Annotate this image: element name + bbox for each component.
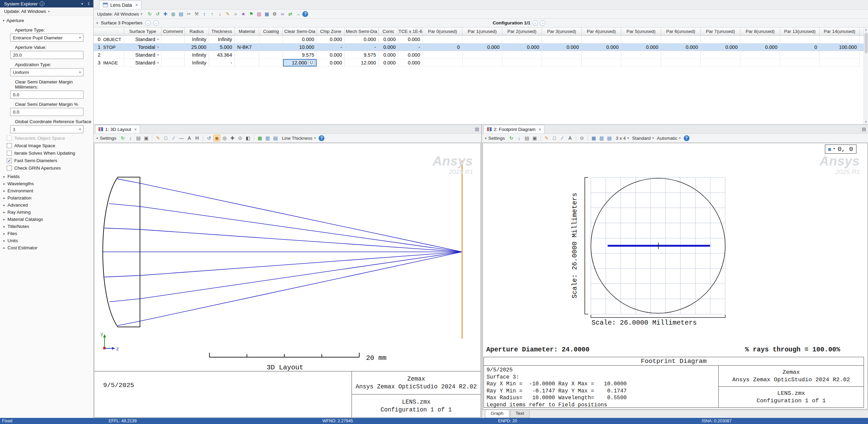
column-header-surface-type[interactable]: Surface Type <box>124 27 162 35</box>
lde-cell[interactable] <box>162 59 185 67</box>
lock-icon[interactable]: ⊙ <box>579 135 585 141</box>
lde-cell[interactable] <box>582 59 621 67</box>
sidebar-item-wavelengths[interactable]: ▸Wavelengths <box>0 180 93 187</box>
gear-icon[interactable]: ⚙ <box>271 11 278 17</box>
lde-cell[interactable]: Infinity <box>185 51 209 59</box>
column-header-par-2-unused[interactable]: Par 2(unused) <box>502 27 542 35</box>
close-icon[interactable]: × <box>539 127 541 132</box>
line-icon[interactable]: ∕ <box>559 135 566 141</box>
probe-icon[interactable]: ◉ <box>213 135 220 141</box>
solve-flag[interactable]: U <box>308 60 314 65</box>
line-icon[interactable]: ∕ <box>170 135 177 141</box>
column-header-comment[interactable]: Comment <box>162 27 185 35</box>
lde-cell[interactable] <box>542 59 582 67</box>
refresh-icon[interactable]: ↻ <box>508 135 515 141</box>
lde-cell[interactable] <box>701 59 740 67</box>
lde-cell[interactable] <box>582 51 621 59</box>
tab-graph[interactable]: Graph <box>485 410 509 418</box>
scrollbar-thumb[interactable] <box>865 33 868 53</box>
surface-type-cell[interactable]: Standard▾ <box>124 59 162 67</box>
lde-cell[interactable] <box>780 36 820 43</box>
aperture-value-input[interactable]: 20.0 <box>10 51 83 59</box>
print-icon[interactable]: ▤ <box>524 135 530 141</box>
column-header-mech-semi-dia[interactable]: Mech Semi-Dia <box>345 27 379 35</box>
tile-window-icon[interactable]: ▤ <box>606 135 613 141</box>
lde-cell[interactable]: 0.000 <box>661 43 701 51</box>
insert-surface-icon[interactable]: ✚ <box>162 11 169 17</box>
lde-cell[interactable]: 0.000 <box>542 43 582 51</box>
lde-cell[interactable]: 25.000 <box>185 43 209 51</box>
pin-icon[interactable]: ↧ <box>86 2 91 6</box>
close-icon[interactable]: × <box>135 2 138 7</box>
lde-cell[interactable] <box>820 59 860 67</box>
star-icon[interactable]: ★ <box>240 11 247 17</box>
iterate-solves-when-updating-checkbox[interactable]: Iterate Solves When Updating <box>7 151 93 156</box>
delete-row-icon[interactable]: ↓ <box>216 11 223 17</box>
save-icon[interactable]: ↓ <box>516 135 523 141</box>
line-thickness-dropdown[interactable]: Line Thickness ▾ <box>282 136 316 141</box>
lde-cell[interactable]: 0.000 <box>582 43 621 51</box>
lde-cell[interactable] <box>542 51 582 59</box>
lde-cell[interactable] <box>820 36 860 43</box>
pencil-icon[interactable]: ✎ <box>155 135 162 141</box>
sidebar-item-environment[interactable]: ▸Environment <box>0 187 93 194</box>
afocal-image-space-checkbox[interactable]: Afocal Image Space <box>7 143 93 148</box>
lde-cell[interactable]: 0.000 <box>283 36 317 43</box>
lde-cell[interactable]: Infinity <box>209 36 235 43</box>
lde-cell[interactable] <box>423 51 463 59</box>
standard-dropdown[interactable]: Standard ▾ <box>632 136 654 141</box>
update-all-windows-dropdown[interactable]: Update: All Windows ▾ <box>0 7 93 16</box>
lde-cell[interactable] <box>423 36 463 43</box>
window-menu-icon[interactable]: ▤ <box>475 127 479 132</box>
lde-cell[interactable]: 0.000 <box>463 43 502 51</box>
sidebar-item-units[interactable]: ▸Units <box>0 237 93 244</box>
config-next-button[interactable]: › <box>540 20 545 26</box>
properties-next-button[interactable]: › <box>153 20 159 26</box>
split-window-icon[interactable]: ▥ <box>264 135 271 141</box>
lde-cell[interactable]: Infinity <box>185 59 209 67</box>
aperture-icon[interactable]: ○ <box>232 11 239 17</box>
corner-header-cell[interactable] <box>94 27 124 35</box>
lde-cell[interactable]: 100.000 <box>820 43 860 51</box>
lde-cell[interactable] <box>259 51 283 59</box>
insert-row-icon[interactable]: ↑ <box>209 11 215 17</box>
lde-cell[interactable]: 0 <box>780 43 820 51</box>
column-header-par-14-unused[interactable]: Par 14(unused) <box>820 27 860 35</box>
column-header-par-1-unused[interactable]: Par 1(unused) <box>463 27 502 35</box>
ruler-icon[interactable]: H <box>194 135 201 141</box>
lde-cell[interactable] <box>162 51 185 59</box>
rotate-icon[interactable]: ↺ <box>206 135 212 141</box>
lde-cell[interactable] <box>502 59 542 67</box>
lde-cell[interactable]: 0 <box>423 43 463 51</box>
surface-type-cell[interactable]: Standard▾ <box>124 36 162 43</box>
column-header-par-13-unused[interactable]: Par 13(unused) <box>780 27 820 35</box>
column-header-radius[interactable]: Radius <box>185 27 209 35</box>
telecentric-object-space-checkbox[interactable]: Telecentric Object Space <box>7 136 93 141</box>
lde-cell[interactable] <box>423 59 463 67</box>
camera-icon[interactable]: ◧ <box>245 135 251 141</box>
clear-semi-diameter-margin-input[interactable]: 0.0 <box>10 108 83 116</box>
lde-cell[interactable] <box>502 51 542 59</box>
footprint-canvas[interactable]: Scale: 26.0000 Millimeters Scale: 26.000… <box>483 143 868 409</box>
column-header-par-4-unused[interactable]: Par 4(unused) <box>582 27 621 35</box>
sidebar-item-advanced[interactable]: ▸Advanced <box>0 201 93 209</box>
lde-cell[interactable] <box>621 51 661 59</box>
edit-icon[interactable]: ✎ <box>224 11 231 17</box>
column-header-chip-zone[interactable]: Chip Zone <box>317 27 345 35</box>
pencil-icon[interactable]: ✎ <box>543 135 550 141</box>
sidebar-item-title-notes[interactable]: ▸Title/Notes <box>0 223 93 230</box>
info-icon[interactable]: i <box>40 1 44 6</box>
lde-cell[interactable] <box>621 59 661 67</box>
check-grin-apertures-checkbox[interactable]: Check GRIN Apertures <box>7 166 93 171</box>
global-coordinate-reference-surface-select[interactable]: 1▾ <box>10 125 83 133</box>
tab-text[interactable]: Text <box>510 410 530 418</box>
system-explorer-titlebar[interactable]: System Explorer i ▾ ↧ <box>0 0 93 7</box>
help-icon[interactable]: ? <box>302 11 308 17</box>
lde-cell[interactable] <box>661 36 701 43</box>
lde-cell[interactable] <box>259 36 283 43</box>
chevron-down-icon[interactable]: ▾ <box>80 2 84 6</box>
sidebar-item-files[interactable]: ▸Files <box>0 230 93 237</box>
lde-cell[interactable]: 43.364 <box>209 51 235 59</box>
update-all-windows-dropdown[interactable]: Update: All Windows ▾ <box>97 12 142 17</box>
grid-icon[interactable]: ▦ <box>263 11 270 17</box>
